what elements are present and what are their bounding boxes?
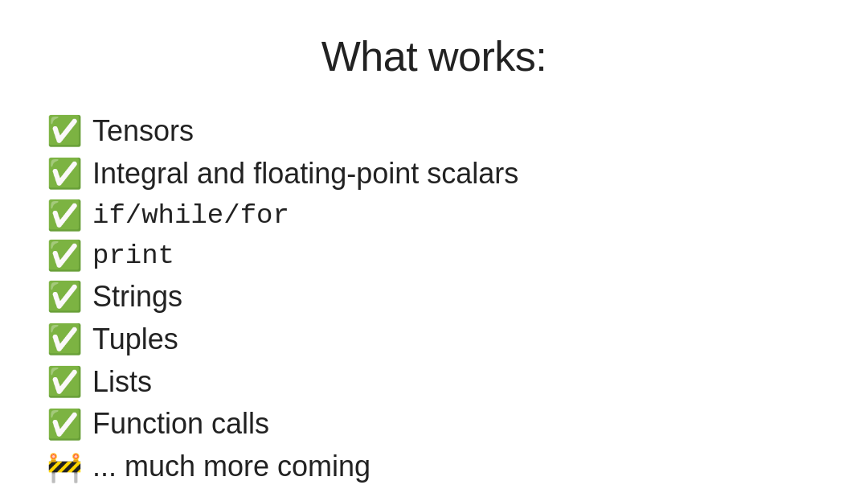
list-item-emoji: ✅ [47, 117, 83, 146]
list-item: ✅Tuples [47, 321, 518, 359]
list-item-emoji: ✅ [47, 159, 83, 188]
list-item: ✅print [47, 238, 518, 273]
list-item-emoji: ✅ [47, 201, 83, 230]
list-item: 🚧... much more coming [47, 448, 518, 486]
list-item-text-scalars: Integral and floating-point scalars [92, 155, 518, 193]
list-item-text-tuples: Tuples [92, 321, 178, 359]
list-item-text-print: print [92, 238, 174, 273]
list-item: ✅Lists [47, 364, 518, 401]
items-list: ✅Tensors✅Integral and floating-point sca… [47, 113, 518, 486]
list-item-emoji: 🚧 [47, 453, 83, 482]
title-container: What works: [47, 32, 821, 80]
list-item-text-tensors: Tensors [92, 113, 194, 150]
list-item-text-more-coming: ... much more coming [92, 448, 371, 486]
page-title: What works: [321, 32, 547, 80]
list-item-emoji: ✅ [47, 325, 83, 354]
list-item: ✅Strings [47, 278, 518, 316]
page-container: What works: ✅Tensors✅Integral and floati… [0, 0, 868, 489]
list-item-text-strings: Strings [92, 278, 182, 316]
list-item-text-ifwhilefor: if/while/for [92, 198, 289, 233]
list-item-text-function-calls: Function calls [92, 405, 269, 443]
list-item: ✅Integral and floating-point scalars [47, 155, 518, 193]
list-item-emoji: ✅ [47, 241, 83, 270]
list-item-emoji: ✅ [47, 282, 83, 311]
list-item: ✅Function calls [47, 405, 518, 443]
list-item-text-lists: Lists [92, 364, 152, 401]
list-item-emoji: ✅ [47, 368, 83, 397]
list-item-emoji: ✅ [47, 410, 83, 439]
list-item: ✅if/while/for [47, 198, 518, 233]
list-item: ✅Tensors [47, 113, 518, 150]
